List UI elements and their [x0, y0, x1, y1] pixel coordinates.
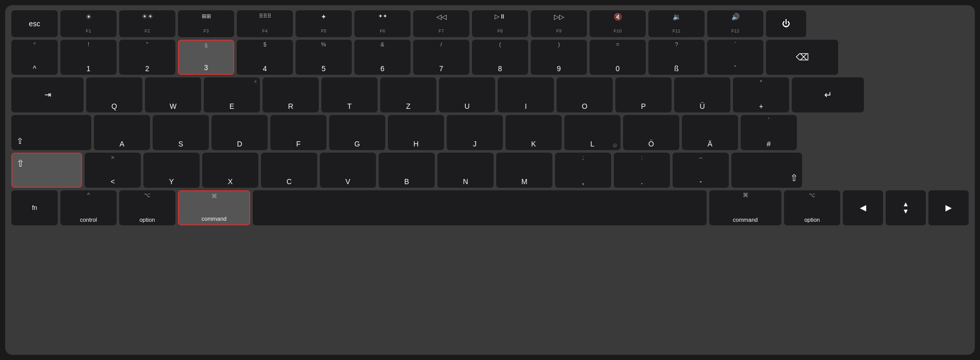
- zxcv-row: ⇧ > < Y X C V B N M ; , :: [11, 153, 969, 188]
- key-angle[interactable]: > <: [85, 153, 141, 188]
- key-0[interactable]: = 0: [590, 40, 646, 75]
- key-oe[interactable]: Ö: [623, 115, 679, 150]
- key-backtick[interactable]: ° ^: [11, 40, 58, 75]
- key-9[interactable]: ) 9: [531, 40, 587, 75]
- key-enter[interactable]: ↵: [792, 77, 864, 112]
- key-f3[interactable]: ⊞⊞ F3: [178, 10, 234, 37]
- key-k[interactable]: K: [505, 115, 562, 150]
- key-lopt[interactable]: ⌥ option: [119, 190, 175, 225]
- key-d[interactable]: D: [211, 115, 268, 150]
- key-f1[interactable]: ☀ F1: [60, 10, 117, 37]
- num-row: ° ^ ! 1 " 2 § 3 $ 4 % 5 & 6 / 7: [11, 40, 969, 75]
- key-f11[interactable]: 🔉 F11: [648, 10, 705, 37]
- key-ss[interactable]: ? ß: [648, 40, 705, 75]
- key-z[interactable]: Z: [380, 77, 436, 112]
- key-g[interactable]: G: [329, 115, 385, 150]
- key-esc[interactable]: esc: [11, 10, 58, 37]
- key-lcmd[interactable]: ⌘ command: [178, 190, 250, 225]
- key-s[interactable]: S: [153, 115, 209, 150]
- key-f9[interactable]: ▷▷ F9: [531, 10, 587, 37]
- key-8[interactable]: ( 8: [472, 40, 528, 75]
- key-f[interactable]: F: [270, 115, 326, 150]
- key-f8[interactable]: ▷⏸ F8: [472, 10, 528, 37]
- key-arrow-right[interactable]: ▶: [928, 190, 969, 225]
- key-2[interactable]: " 2: [119, 40, 175, 75]
- key-period[interactable]: : .: [614, 153, 670, 188]
- key-comma[interactable]: ; ,: [555, 153, 611, 188]
- key-v[interactable]: V: [320, 153, 376, 188]
- key-backspace[interactable]: ⌫: [766, 40, 838, 75]
- key-6[interactable]: & 6: [354, 40, 411, 75]
- key-r[interactable]: R: [263, 77, 319, 112]
- key-ue[interactable]: Ü: [674, 77, 730, 112]
- key-u[interactable]: U: [439, 77, 495, 112]
- bottom-row: fn ^ control ⌥ option ⌘ command ⌘ comman…: [11, 190, 969, 225]
- key-space[interactable]: [253, 190, 707, 225]
- key-a[interactable]: A: [94, 115, 150, 150]
- key-lshift[interactable]: ⇧: [11, 153, 82, 188]
- qwerty-row: ⇥ Q W € E R T Z U I O P: [11, 77, 969, 112]
- key-f4[interactable]: ⠿⠿⠿ F4: [237, 10, 293, 37]
- key-ropt[interactable]: ⌥ option: [784, 190, 840, 225]
- key-ae[interactable]: Ä: [682, 115, 738, 150]
- key-q[interactable]: Q: [86, 77, 142, 112]
- key-fn[interactable]: fn: [11, 190, 58, 225]
- key-plus[interactable]: * +: [733, 77, 789, 112]
- key-ctrl[interactable]: ^ control: [60, 190, 117, 225]
- key-p[interactable]: P: [615, 77, 672, 112]
- key-hash[interactable]: ' #: [741, 115, 797, 150]
- key-capslock[interactable]: ⇪: [11, 115, 91, 150]
- key-4[interactable]: $ 4: [237, 40, 293, 75]
- key-tab[interactable]: ⇥: [11, 77, 84, 112]
- key-x[interactable]: X: [202, 153, 258, 188]
- key-w[interactable]: W: [145, 77, 201, 112]
- key-j[interactable]: J: [447, 115, 503, 150]
- key-o[interactable]: O: [557, 77, 613, 112]
- key-e[interactable]: € E: [204, 77, 260, 112]
- key-t[interactable]: T: [321, 77, 378, 112]
- key-7[interactable]: / 7: [413, 40, 469, 75]
- key-f5[interactable]: ✦ F5: [296, 10, 352, 37]
- key-power[interactable]: ⏻: [766, 10, 806, 37]
- key-f12[interactable]: 🔊 F12: [707, 10, 763, 37]
- key-5[interactable]: % 5: [296, 40, 352, 75]
- key-l[interactable]: @ L: [564, 115, 620, 150]
- key-f2[interactable]: ☀☀ F2: [119, 10, 175, 37]
- fn-row: esc ☀ F1 ☀☀ F2 ⊞⊞ F3 ⠿⠿⠿ F4 ✦ F5 ✦✦ F6 ◁…: [11, 10, 969, 37]
- key-n[interactable]: N: [437, 153, 494, 188]
- key-f6[interactable]: ✦✦ F6: [354, 10, 411, 37]
- key-arrow-left[interactable]: ◀: [843, 190, 883, 225]
- key-1[interactable]: ! 1: [60, 40, 117, 75]
- key-f7[interactable]: ◁◁ F7: [413, 10, 469, 37]
- key-f10[interactable]: 🔇 F10: [590, 10, 646, 37]
- key-acute[interactable]: ` ´: [707, 40, 763, 75]
- key-c[interactable]: C: [261, 153, 317, 188]
- key-i[interactable]: I: [498, 77, 554, 112]
- key-minus[interactable]: – -: [673, 153, 729, 188]
- key-arrow-updown[interactable]: ▲ ▼: [886, 190, 926, 225]
- key-y[interactable]: Y: [143, 153, 200, 188]
- keyboard: esc ☀ F1 ☀☀ F2 ⊞⊞ F3 ⠿⠿⠿ F4 ✦ F5 ✦✦ F6 ◁…: [5, 5, 975, 355]
- key-m[interactable]: M: [496, 153, 552, 188]
- key-h[interactable]: H: [388, 115, 444, 150]
- asdf-row: ⇪ A S D F G H J K @ L Ö: [11, 115, 969, 150]
- key-3[interactable]: § 3: [178, 40, 234, 75]
- key-rshift[interactable]: ⇧: [731, 153, 802, 188]
- key-b[interactable]: B: [379, 153, 435, 188]
- key-rcmd[interactable]: ⌘ command: [709, 190, 781, 225]
